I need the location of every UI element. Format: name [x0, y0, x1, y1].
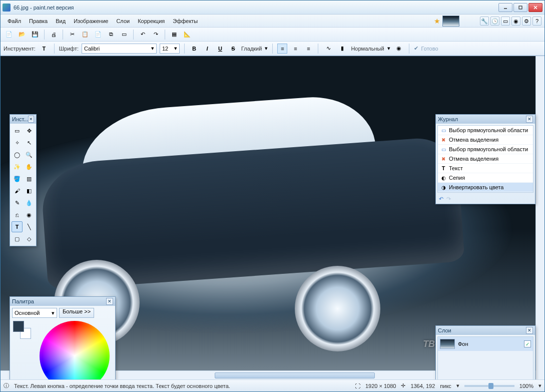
pencil-tool[interactable]: ✎ [12, 197, 23, 208]
menu-effects[interactable]: Эффекты [169, 16, 202, 26]
size-select[interactable]: 12▾ [160, 44, 180, 54]
font-select[interactable]: Calibri▾ [82, 44, 157, 54]
util-tools-button[interactable]: 🔧 [480, 17, 489, 26]
menu-file[interactable]: Файл [4, 16, 25, 26]
zoom-tool[interactable]: 🔍 [24, 149, 35, 160]
close-icon[interactable]: ✕ [28, 116, 34, 123]
rect-shape-tool[interactable]: ▢ [12, 233, 23, 244]
util-history-button[interactable]: 🕓 [490, 17, 499, 26]
shape-tool[interactable]: ◇ [24, 233, 35, 244]
redo-history-button[interactable]: ↷ [446, 196, 451, 202]
history-item[interactable]: ✖Отмена выделения [438, 154, 533, 164]
history-item[interactable]: ◐Сепия [438, 173, 533, 183]
opacity-button[interactable]: ◉ [393, 43, 404, 54]
active-tool-icon[interactable]: T [39, 43, 50, 54]
gradient-tool[interactable]: ▥ [24, 173, 35, 184]
close-icon[interactable]: ✕ [526, 327, 533, 334]
italic-button[interactable]: I [202, 44, 212, 54]
titlebar: 66.jpg - paint.net версия [1, 1, 544, 15]
chevron-down-icon[interactable]: ▾ [265, 45, 268, 52]
new-button[interactable]: 📄 [4, 29, 15, 40]
deselect-button[interactable]: ▭ [119, 29, 130, 40]
minimize-button[interactable] [498, 3, 512, 12]
rect-icon: ▭ [440, 127, 447, 134]
lasso-tool[interactable]: ✧ [12, 137, 23, 148]
ellipse-select-tool[interactable]: ◯ [12, 149, 23, 160]
util-colors-button[interactable]: ◉ [511, 17, 520, 26]
close-button[interactable] [528, 3, 542, 12]
canvas-dimensions: 1920 × 1080 [365, 383, 396, 389]
align-center-button[interactable]: ≡ [290, 44, 300, 54]
document-thumbnail[interactable] [442, 16, 459, 27]
maximize-button[interactable] [513, 3, 527, 12]
primary-secondary-swatch[interactable] [13, 321, 31, 339]
chevron-down-icon[interactable]: ▾ [456, 382, 459, 389]
chevron-down-icon: ▾ [151, 45, 154, 52]
history-item[interactable]: ◑Инвертировать цвета [438, 183, 533, 192]
copy-button[interactable]: 📋 [80, 29, 91, 40]
clone-tool[interactable]: ⎌ [12, 209, 23, 220]
tool-label: Инструмент: [4, 46, 36, 52]
menu-layers[interactable]: Слои [112, 16, 134, 26]
blend-label[interactable]: Нормальный [351, 46, 384, 52]
undo-button[interactable]: ↶ [137, 29, 148, 40]
recolor-tool[interactable]: ◉ [24, 209, 35, 220]
menu-view[interactable]: Вид [52, 16, 70, 26]
cut-button[interactable]: ✂ [67, 29, 78, 40]
save-button[interactable]: 💾 [30, 29, 41, 40]
layer-visible-checkbox[interactable]: ✓ [524, 340, 531, 347]
more-button[interactable]: Больше >> [59, 308, 94, 318]
finish-label: Готово [421, 46, 438, 52]
util-help-button[interactable]: ? [532, 17, 541, 26]
fill-icon[interactable]: ▮ [337, 43, 348, 54]
open-button[interactable]: 📂 [17, 29, 28, 40]
chevron-down-icon[interactable]: ▾ [538, 382, 541, 389]
pan-tool[interactable]: ✋ [24, 161, 35, 172]
chevron-down-icon[interactable]: ▾ [387, 45, 390, 52]
color-mode-select[interactable]: Основной▾ [12, 308, 57, 318]
svg-rect-1 [519, 6, 522, 9]
cursor-icon: ✛ [401, 382, 405, 389]
move-select-tool[interactable]: ✥ [24, 125, 35, 136]
history-item[interactable]: ▭Выбор прямоугольной области [438, 145, 533, 154]
menu-image[interactable]: Изображение [70, 16, 112, 26]
align-right-button[interactable]: ≡ [303, 44, 313, 54]
paste-button[interactable]: 📄 [93, 29, 104, 40]
grid-button[interactable]: ▦ [169, 29, 180, 40]
history-item[interactable]: ✖Отмена выделения [438, 135, 533, 145]
curve-icon[interactable]: ∿ [323, 43, 334, 54]
ruler-button[interactable]: 📐 [182, 29, 193, 40]
align-left-button[interactable]: ≡ [277, 44, 287, 54]
rect-select-tool[interactable]: ▭ [12, 125, 23, 136]
brush-tool[interactable]: 🖌 [12, 185, 23, 196]
util-layers-button[interactable]: ▭ [501, 17, 510, 26]
redo-button[interactable]: ↷ [150, 29, 161, 40]
undo-history-button[interactable]: ↶ [439, 196, 443, 202]
magic-wand-tool[interactable]: ✨ [12, 161, 23, 172]
bold-button[interactable]: B [189, 44, 199, 54]
color-wheel[interactable] [40, 321, 110, 379]
zoom-slider[interactable] [464, 385, 514, 387]
unit-label[interactable]: пикс [440, 383, 451, 389]
layer-row[interactable]: Фон ✓ [438, 337, 533, 351]
close-icon[interactable]: ✕ [106, 298, 113, 305]
line-tool[interactable]: ╲ [24, 221, 35, 232]
bucket-tool[interactable]: 🪣 [12, 173, 23, 184]
rect-icon: ▭ [440, 146, 447, 153]
eraser-tool[interactable]: ◧ [24, 185, 35, 196]
eyedropper-tool[interactable]: 💧 [24, 197, 35, 208]
underline-button[interactable]: U [215, 44, 225, 54]
history-item[interactable]: ▭Выбор прямоугольной области [438, 126, 533, 135]
strike-button[interactable]: S [228, 44, 238, 54]
app-window: 66.jpg - paint.net версия Файл Правка Ви… [0, 0, 545, 392]
history-item[interactable]: TТекст [438, 164, 533, 173]
move-tool[interactable]: ↖ [24, 137, 35, 148]
crop-button[interactable]: ⧉ [106, 29, 117, 40]
menu-edit[interactable]: Правка [25, 16, 52, 26]
vertical-scrollbar[interactable] [535, 56, 544, 370]
close-icon[interactable]: ✕ [526, 116, 533, 123]
util-settings-button[interactable]: ⚙ [522, 17, 531, 26]
print-button[interactable]: 🖨 [48, 29, 59, 40]
menu-adjust[interactable]: Коррекция [134, 16, 169, 26]
text-tool[interactable]: T [12, 221, 23, 232]
